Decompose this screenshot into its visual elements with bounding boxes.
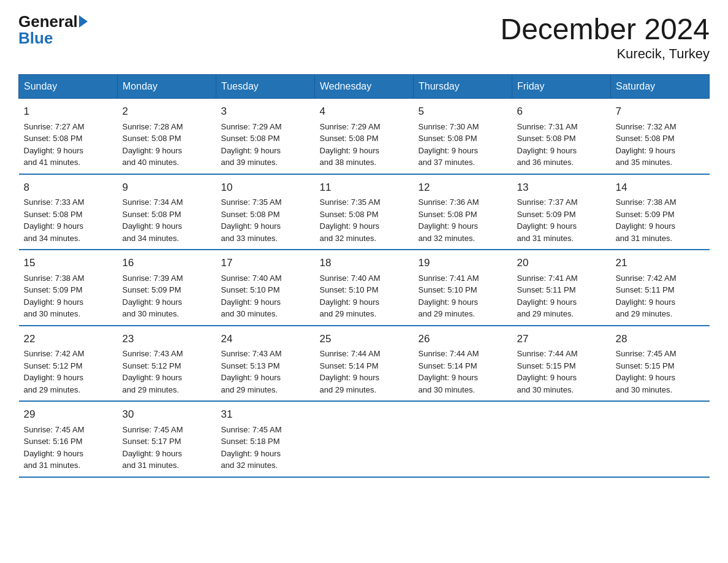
day-sunset: Sunset: 5:08 PM <box>24 210 83 219</box>
day-number: 2 <box>123 104 211 120</box>
calendar-day-cell: 20 Sunrise: 7:41 AM Sunset: 5:11 PM Dayl… <box>512 250 611 326</box>
day-sunrise: Sunrise: 7:44 AM <box>517 349 578 358</box>
page-subtitle: Kurecik, Turkey <box>500 46 710 62</box>
calendar-day-cell: 14 Sunrise: 7:38 AM Sunset: 5:09 PM Dayl… <box>611 174 710 250</box>
day-sunset: Sunset: 5:08 PM <box>123 210 181 219</box>
day-sunset: Sunset: 5:12 PM <box>24 361 83 370</box>
day-number: 13 <box>517 180 606 196</box>
calendar-week-row: 29 Sunrise: 7:45 AM Sunset: 5:16 PM Dayl… <box>19 401 710 477</box>
day-daylight: Daylight: 9 hoursand 30 minutes. <box>123 297 183 319</box>
day-sunrise: Sunrise: 7:42 AM <box>24 349 85 358</box>
day-sunrise: Sunrise: 7:37 AM <box>517 197 578 207</box>
day-sunrise: Sunrise: 7:40 AM <box>221 274 282 283</box>
day-sunset: Sunset: 5:08 PM <box>517 134 576 143</box>
logo-blue-text: Blue <box>18 29 88 48</box>
calendar-week-row: 22 Sunrise: 7:42 AM Sunset: 5:12 PM Dayl… <box>19 326 710 402</box>
day-sunset: Sunset: 5:10 PM <box>320 285 379 294</box>
calendar-day-cell: 8 Sunrise: 7:33 AM Sunset: 5:08 PM Dayli… <box>19 174 118 250</box>
day-sunrise: Sunrise: 7:45 AM <box>123 425 183 434</box>
day-daylight: Daylight: 9 hoursand 31 minutes. <box>24 449 84 470</box>
day-number: 29 <box>24 407 113 423</box>
day-sunset: Sunset: 5:11 PM <box>517 285 576 294</box>
day-sunrise: Sunrise: 7:43 AM <box>123 349 183 358</box>
day-daylight: Daylight: 9 hoursand 31 minutes. <box>616 221 676 243</box>
day-number: 14 <box>616 180 705 196</box>
header-monday: Monday <box>118 75 216 99</box>
day-daylight: Daylight: 9 hoursand 39 minutes. <box>221 146 281 167</box>
day-daylight: Daylight: 9 hoursand 29 minutes. <box>24 373 84 394</box>
header-wednesday: Wednesday <box>315 75 414 99</box>
day-number: 24 <box>221 331 310 347</box>
day-daylight: Daylight: 9 hoursand 30 minutes. <box>616 373 676 394</box>
day-sunset: Sunset: 5:11 PM <box>616 285 675 294</box>
day-number: 30 <box>123 407 211 423</box>
day-sunset: Sunset: 5:08 PM <box>419 134 477 143</box>
day-daylight: Daylight: 9 hoursand 40 minutes. <box>123 146 183 167</box>
day-number: 22 <box>24 331 113 347</box>
day-daylight: Daylight: 9 hoursand 32 minutes. <box>419 221 479 243</box>
day-sunset: Sunset: 5:08 PM <box>24 134 83 143</box>
day-sunrise: Sunrise: 7:41 AM <box>517 274 578 283</box>
calendar-header-row: Sunday Monday Tuesday Wednesday Thursday… <box>19 75 710 99</box>
day-daylight: Daylight: 9 hoursand 31 minutes. <box>517 221 577 243</box>
calendar-day-cell: 7 Sunrise: 7:32 AM Sunset: 5:08 PM Dayli… <box>611 99 710 174</box>
day-sunset: Sunset: 5:08 PM <box>419 210 477 219</box>
calendar-day-cell: 18 Sunrise: 7:40 AM Sunset: 5:10 PM Dayl… <box>315 250 414 326</box>
day-number: 31 <box>221 407 310 423</box>
calendar-day-cell: 6 Sunrise: 7:31 AM Sunset: 5:08 PM Dayli… <box>512 99 611 174</box>
day-number: 7 <box>616 104 705 120</box>
day-sunset: Sunset: 5:16 PM <box>24 437 83 446</box>
day-sunset: Sunset: 5:10 PM <box>221 285 280 294</box>
day-number: 17 <box>221 255 310 271</box>
day-sunset: Sunset: 5:09 PM <box>123 285 181 294</box>
day-sunrise: Sunrise: 7:45 AM <box>24 425 85 434</box>
day-daylight: Daylight: 9 hoursand 30 minutes. <box>221 297 281 319</box>
day-number: 9 <box>123 180 211 196</box>
calendar-day-cell: 12 Sunrise: 7:36 AM Sunset: 5:08 PM Dayl… <box>414 174 512 250</box>
day-number: 3 <box>221 104 310 120</box>
day-daylight: Daylight: 9 hoursand 31 minutes. <box>123 449 183 470</box>
day-daylight: Daylight: 9 hoursand 30 minutes. <box>419 373 479 394</box>
day-sunrise: Sunrise: 7:39 AM <box>123 274 183 283</box>
day-daylight: Daylight: 9 hoursand 30 minutes. <box>24 297 84 319</box>
day-daylight: Daylight: 9 hoursand 29 minutes. <box>419 297 479 319</box>
day-number: 18 <box>320 255 409 271</box>
day-sunrise: Sunrise: 7:41 AM <box>419 274 479 283</box>
day-sunrise: Sunrise: 7:29 AM <box>221 122 282 131</box>
calendar-day-cell: 28 Sunrise: 7:45 AM Sunset: 5:15 PM Dayl… <box>611 326 710 402</box>
calendar-day-cell <box>414 401 512 477</box>
day-daylight: Daylight: 9 hoursand 29 minutes. <box>221 373 281 394</box>
day-number: 28 <box>616 331 705 347</box>
day-daylight: Daylight: 9 hoursand 29 minutes. <box>517 297 577 319</box>
day-sunrise: Sunrise: 7:45 AM <box>616 349 677 358</box>
calendar-day-cell: 1 Sunrise: 7:27 AM Sunset: 5:08 PM Dayli… <box>19 99 118 174</box>
day-sunset: Sunset: 5:17 PM <box>123 437 181 446</box>
calendar-day-cell <box>611 401 710 477</box>
calendar-day-cell: 2 Sunrise: 7:28 AM Sunset: 5:08 PM Dayli… <box>118 99 216 174</box>
day-number: 1 <box>24 104 113 120</box>
day-number: 19 <box>419 255 507 271</box>
logo: General Blue <box>18 12 88 48</box>
calendar-table: Sunday Monday Tuesday Wednesday Thursday… <box>18 74 710 478</box>
calendar-day-cell: 5 Sunrise: 7:30 AM Sunset: 5:08 PM Dayli… <box>414 99 512 174</box>
calendar-day-cell: 31 Sunrise: 7:45 AM Sunset: 5:18 PM Dayl… <box>216 401 315 477</box>
header-friday: Friday <box>512 75 611 99</box>
day-daylight: Daylight: 9 hoursand 29 minutes. <box>123 373 183 394</box>
day-sunset: Sunset: 5:18 PM <box>221 437 280 446</box>
day-number: 15 <box>24 255 113 271</box>
day-sunrise: Sunrise: 7:27 AM <box>24 122 85 131</box>
day-number: 8 <box>24 180 113 196</box>
day-sunrise: Sunrise: 7:36 AM <box>419 197 479 207</box>
calendar-day-cell: 9 Sunrise: 7:34 AM Sunset: 5:08 PM Dayli… <box>118 174 216 250</box>
day-number: 26 <box>419 331 507 347</box>
day-sunrise: Sunrise: 7:35 AM <box>221 197 282 207</box>
day-sunset: Sunset: 5:09 PM <box>517 210 576 219</box>
day-sunset: Sunset: 5:08 PM <box>616 134 675 143</box>
day-sunrise: Sunrise: 7:30 AM <box>419 122 479 131</box>
day-sunset: Sunset: 5:15 PM <box>517 361 576 370</box>
day-sunrise: Sunrise: 7:31 AM <box>517 122 578 131</box>
day-sunset: Sunset: 5:08 PM <box>320 134 379 143</box>
day-number: 6 <box>517 104 606 120</box>
page-title: December 2024 <box>500 12 710 46</box>
calendar-day-cell: 4 Sunrise: 7:29 AM Sunset: 5:08 PM Dayli… <box>315 99 414 174</box>
